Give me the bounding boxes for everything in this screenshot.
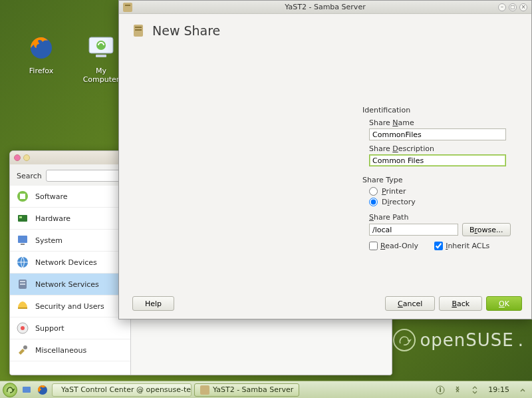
readonly-checkbox-row[interactable]: Read-Only bbox=[369, 242, 418, 250]
task-label: YaST Control Center @ opensuse-test bbox=[61, 385, 192, 394]
computer-icon bbox=[85, 32, 117, 64]
sidebar-item-hardware[interactable]: Hardware bbox=[10, 208, 130, 230]
tray-chevron-icon[interactable] bbox=[516, 383, 529, 397]
share-type-label: Share Type bbox=[362, 176, 517, 184]
sidebar-item-label: Miscellaneous bbox=[35, 346, 86, 355]
security-icon bbox=[15, 299, 30, 313]
printer-radio-label: Printer bbox=[382, 187, 406, 196]
readonly-label: Read-Only bbox=[380, 242, 418, 250]
svg-rect-5 bbox=[20, 194, 25, 199]
sidebar-item-label: Security and Users bbox=[35, 302, 104, 311]
browse-button[interactable]: Browse... bbox=[462, 223, 511, 236]
ok-button[interactable]: OK bbox=[486, 296, 522, 311]
network-devices-icon bbox=[15, 255, 30, 270]
tray-info-icon[interactable] bbox=[434, 383, 447, 397]
svg-point-17 bbox=[23, 345, 27, 349]
svg-rect-7 bbox=[19, 216, 22, 218]
close-button[interactable]: × bbox=[519, 3, 527, 11]
sidebar-item-software[interactable]: Software bbox=[10, 186, 130, 208]
dialog-footer: Help Cancel Back OK bbox=[128, 296, 522, 311]
identification-label: Identification bbox=[362, 106, 517, 114]
hardware-icon bbox=[15, 211, 30, 226]
directory-radio-label: Directory bbox=[382, 198, 416, 206]
printer-radio-row[interactable]: Printer bbox=[369, 187, 517, 196]
inherit-acls-checkbox-row[interactable]: Inherit ACLs bbox=[434, 242, 489, 250]
yast-icon bbox=[200, 385, 209, 395]
help-button[interactable]: Help bbox=[132, 296, 174, 311]
software-icon bbox=[15, 189, 30, 204]
taskbar-firefox-icon[interactable] bbox=[36, 383, 49, 397]
desktop-icon-label: My Computer bbox=[80, 67, 122, 84]
dialog-titlebar[interactable]: YaST2 - Samba Server – ▢ × bbox=[119, 1, 531, 14]
back-button[interactable]: Back bbox=[439, 296, 482, 311]
readonly-checkbox[interactable] bbox=[369, 242, 378, 250]
task-label: YaST2 - Samba Server bbox=[213, 385, 293, 394]
sidebar-item-label: Support bbox=[35, 324, 64, 333]
desktop-icon-firefox[interactable]: Firefox bbox=[20, 32, 63, 84]
maximize-button[interactable]: ▢ bbox=[509, 3, 517, 11]
category-sidebar: Software Hardware System Network Devices… bbox=[10, 186, 131, 375]
tray-clipboard-icon[interactable] bbox=[451, 383, 464, 397]
svg-rect-37 bbox=[440, 387, 441, 389]
misc-icon bbox=[15, 343, 30, 357]
support-icon bbox=[15, 321, 30, 335]
svg-point-16 bbox=[21, 326, 25, 330]
svg-rect-34 bbox=[200, 385, 209, 395]
sidebar-item-label: Network Devices bbox=[35, 258, 97, 267]
network-services-icon bbox=[15, 277, 30, 292]
cancel-button[interactable]: Cancel bbox=[385, 296, 435, 311]
directory-radio-row[interactable]: Directory bbox=[369, 198, 517, 206]
minimize-button[interactable]: – bbox=[498, 3, 506, 11]
share-description-label: Share Description bbox=[369, 144, 517, 153]
sidebar-item-label: Hardware bbox=[35, 214, 70, 223]
sidebar-item-miscellaneous[interactable]: Miscellaneous bbox=[10, 339, 130, 361]
search-label: Search bbox=[17, 172, 42, 180]
directory-radio[interactable] bbox=[369, 198, 378, 206]
dialog-title: YaST2 - Samba Server bbox=[285, 3, 365, 11]
taskbar-showdesktop-icon[interactable] bbox=[20, 383, 33, 397]
share-description-input[interactable] bbox=[369, 154, 506, 166]
sidebar-item-security[interactable]: Security and Users bbox=[10, 296, 130, 317]
gecko-icon bbox=[393, 329, 416, 351]
desktop-icon-label: Firefox bbox=[29, 67, 53, 75]
svg-rect-31 bbox=[23, 387, 31, 393]
svg-rect-3 bbox=[96, 55, 106, 57]
minimize-icon[interactable] bbox=[23, 154, 30, 161]
opensuse-brand: openSUSE. bbox=[393, 329, 524, 351]
svg-rect-26 bbox=[123, 3, 132, 12]
sidebar-item-system[interactable]: System bbox=[10, 230, 130, 252]
svg-rect-29 bbox=[135, 27, 142, 28]
sidebar-item-label: Software bbox=[35, 192, 68, 201]
taskbar-task-yast2-samba[interactable]: YaST2 - Samba Server bbox=[194, 383, 299, 397]
svg-rect-8 bbox=[18, 236, 27, 243]
svg-rect-27 bbox=[125, 5, 130, 6]
new-share-form: Identification Share Name Share Descript… bbox=[362, 106, 517, 250]
sidebar-item-support[interactable]: Support bbox=[10, 317, 130, 339]
desktop-icon-area: Firefox My Computer bbox=[20, 32, 122, 84]
printer-radio[interactable] bbox=[369, 187, 378, 196]
share-path-input[interactable] bbox=[369, 224, 458, 236]
system-tray: 19:15 bbox=[434, 383, 529, 397]
sidebar-item-label: System bbox=[35, 236, 63, 245]
svg-rect-14 bbox=[18, 307, 27, 309]
svg-rect-13 bbox=[20, 284, 25, 285]
taskbar-task-yast-cc[interactable]: YaST Control Center @ opensuse-test bbox=[52, 383, 192, 397]
svg-rect-12 bbox=[20, 281, 25, 282]
sidebar-item-network-services[interactable]: Network Services bbox=[10, 274, 130, 296]
share-name-input[interactable] bbox=[369, 128, 506, 140]
yast-icon bbox=[123, 3, 132, 12]
new-share-icon bbox=[131, 23, 146, 38]
taskbar-clock[interactable]: 19:15 bbox=[485, 385, 512, 394]
share-path-label: Share Path bbox=[369, 213, 517, 222]
share-name-label: Share Name bbox=[369, 118, 517, 127]
svg-rect-9 bbox=[21, 244, 25, 245]
sidebar-item-network-devices[interactable]: Network Devices bbox=[10, 252, 130, 274]
start-button[interactable] bbox=[3, 383, 17, 397]
brand-text: openSUSE bbox=[420, 330, 513, 350]
dialog-heading: New Share bbox=[152, 23, 220, 38]
desktop-icon-mycomputer[interactable]: My Computer bbox=[80, 32, 122, 84]
inherit-acls-label: Inherit ACLs bbox=[446, 242, 489, 250]
inherit-acls-checkbox[interactable] bbox=[434, 242, 443, 250]
tray-expand-icon[interactable] bbox=[468, 383, 481, 397]
close-icon[interactable] bbox=[14, 154, 21, 161]
